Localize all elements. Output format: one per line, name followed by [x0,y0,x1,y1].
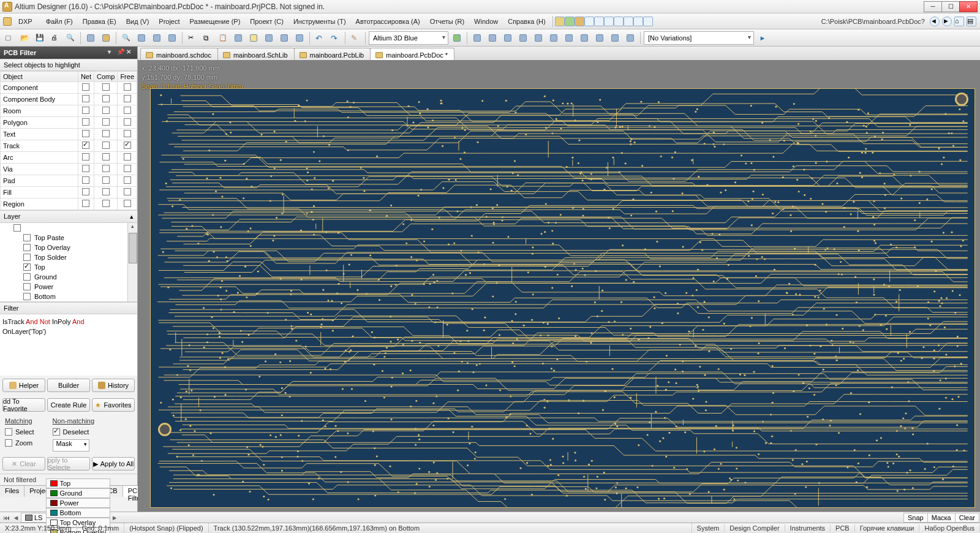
route-3-button[interactable] [501,31,514,45]
save-button[interactable] [33,31,47,45]
new-doc-button[interactable] [2,31,16,45]
minimize-button[interactable]: ─ [924,1,942,12]
document-tab[interactable]: mainboard.SchLib [217,48,295,60]
menu-palette-3[interactable] [575,17,584,26]
menu-place[interactable]: Размещение (P) [185,15,246,28]
zoom-sel-button[interactable] [165,31,179,45]
status-link[interactable]: Instruments [785,524,831,532]
pcb-board[interactable] [150,88,975,508]
free-checkbox[interactable] [124,83,131,91]
menu-edit[interactable]: Правка (E) [78,15,121,28]
nav-back-button[interactable]: ◄ [930,17,940,26]
layer-checkbox[interactable] [23,293,31,300]
nav-panel-button[interactable]: ▤ [967,17,976,26]
maximize-button[interactable]: ☐ [941,1,960,12]
panel-dropdown-icon[interactable]: ▾ [108,49,115,56]
layer-tab[interactable]: Power [46,498,110,508]
route-9-button[interactable] [593,31,606,45]
zoom-fit-button[interactable] [150,31,164,45]
menu-palette-2[interactable] [565,17,575,26]
object-row[interactable]: Polygon [1,117,137,129]
select-checkbox[interactable] [5,428,12,436]
object-row[interactable]: Region [1,198,137,210]
layerbar-action[interactable]: Clear [955,513,979,523]
layer-row[interactable]: Top [0,262,137,272]
route-10-button[interactable] [608,31,622,45]
layer-tab[interactable]: Bottom [46,508,110,518]
open-project-button[interactable] [84,31,97,45]
menu-palette-1[interactable] [555,17,565,26]
col-free[interactable]: Free [118,72,137,82]
undo-button[interactable] [313,31,326,45]
layer-row[interactable]: Top Solder [0,252,137,262]
theme-selector[interactable]: Altium 3D Blue [369,31,448,45]
free-checkbox[interactable] [124,188,131,195]
object-row[interactable]: Via [1,164,137,175]
move-button[interactable] [277,31,291,45]
menu-view[interactable]: Вид (V) [121,15,154,28]
status-link[interactable]: PCB [831,524,855,532]
nav-dup-button[interactable] [232,31,245,45]
print-button[interactable] [48,31,62,45]
layer-checkbox[interactable] [23,273,31,281]
menu-palette-8[interactable] [624,17,633,26]
paste-button[interactable] [216,31,230,45]
comp-checkbox[interactable] [102,176,110,184]
pcb-canvas[interactable]: x: 23,400 dx:-171,800 mm y:151,700 dy: 7… [138,60,980,512]
layerset-button[interactable]: LS [21,513,47,523]
compile-button[interactable] [99,31,113,45]
net-checkbox[interactable] [82,153,89,161]
col-comp[interactable]: Comp [94,72,118,82]
comp-checkbox[interactable] [102,83,110,91]
col-object[interactable]: Object [1,72,78,82]
menu-file[interactable]: Файл (F) [41,15,78,28]
comp-checkbox[interactable] [102,142,110,149]
comp-checkbox[interactable] [102,153,110,161]
layer-checkbox[interactable] [23,244,31,251]
layer-checkbox[interactable] [23,254,31,261]
layer-tab[interactable]: Ground [46,488,110,498]
menu-autoroute[interactable]: Автотрассировка (A) [351,15,425,28]
menu-palette-7[interactable] [614,17,624,26]
comp-checkbox[interactable] [102,95,110,102]
filter-expression[interactable]: IsTrack And Not InPoly And OnLayer('Top'… [0,314,137,376]
menu-palette-10[interactable] [643,17,653,26]
route-8-button[interactable] [578,31,591,45]
layer-row[interactable]: Bottom [0,292,137,301]
panel-close-icon[interactable]: ✕ [126,49,134,56]
menu-proj2[interactable]: Проект (C) [245,15,288,28]
comp-checkbox[interactable] [102,118,110,126]
history-button[interactable]: History [92,379,135,392]
cut-button[interactable] [186,31,199,45]
layer-tab[interactable]: Top [46,478,110,488]
layertab-next[interactable]: ► [110,514,119,521]
object-row[interactable]: Component Body [1,94,137,105]
nav-fwd-button[interactable]: ► [942,17,952,26]
free-checkbox[interactable] [124,200,131,207]
create-rule-button[interactable]: Create Rule [47,398,90,412]
route-11-button[interactable] [624,31,637,45]
open-button[interactable] [18,31,31,45]
variations-selector[interactable]: [No Variations] [644,31,754,45]
layer-row[interactable]: Top Overlay [0,243,137,252]
panel-pin-icon[interactable]: 📌 [117,49,124,56]
status-link[interactable]: Набор OpenBus [919,524,980,532]
lock-button[interactable] [293,31,306,45]
free-checkbox[interactable] [124,130,131,137]
redo-button[interactable] [328,31,342,45]
net-checkbox[interactable] [82,107,89,114]
comp-checkbox[interactable] [102,188,110,195]
zoom-in-button[interactable] [119,31,133,45]
menu-window[interactable]: Window [469,15,503,28]
comp-checkbox[interactable] [102,200,110,207]
document-tab[interactable]: mainboard.PcbLib [294,48,371,60]
document-tab[interactable]: mainboard.schdoc [140,48,218,60]
highlight-button[interactable] [349,31,362,45]
menu-palette-9[interactable] [633,17,643,26]
layer-row[interactable]: Ground [0,272,137,282]
free-checkbox[interactable] [124,118,131,126]
layer-scrollbar[interactable]: ▴ [127,223,137,301]
mask-selector[interactable]: Mask [53,439,89,452]
comp-checkbox[interactable] [102,107,110,114]
free-checkbox[interactable] [124,95,131,102]
